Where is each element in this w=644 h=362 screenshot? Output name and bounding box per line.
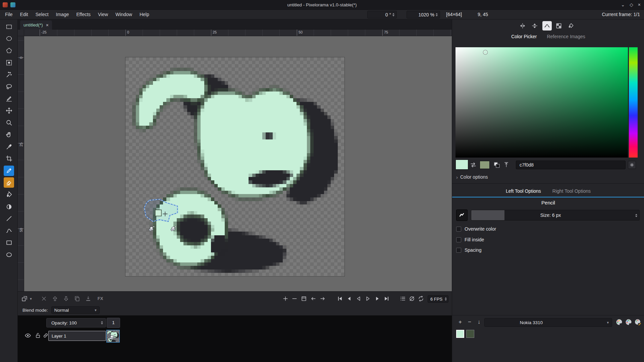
opacity-spinner[interactable] <box>100 321 104 324</box>
brush-size-slider[interactable]: Size: 6 px <box>471 210 640 221</box>
vertical-ruler[interactable]: 02550 <box>18 36 24 291</box>
left-color-swatch[interactable] <box>455 160 468 170</box>
frame-tag-button[interactable] <box>300 295 308 303</box>
new-layer-button[interactable] <box>20 295 29 303</box>
sort-colors-button[interactable]: ↓ <box>475 318 483 326</box>
lasso-select-tool[interactable] <box>4 81 14 92</box>
go-first-frame-button[interactable] <box>336 295 344 303</box>
color-picker-tool[interactable] <box>4 141 14 152</box>
move-frame-right-button[interactable] <box>319 295 327 303</box>
global-bucket-icon[interactable] <box>566 21 576 31</box>
palette-edit-icon[interactable] <box>634 318 642 326</box>
horizontal-mirror-icon[interactable] <box>518 21 527 31</box>
hex-color-input[interactable] <box>516 161 626 169</box>
bucket-tool[interactable] <box>4 189 14 200</box>
app-logo-icon[interactable] <box>10 2 15 7</box>
pencil-tool[interactable] <box>4 166 14 176</box>
tab-close-icon[interactable]: × <box>46 22 49 28</box>
play-backwards-button[interactable] <box>355 295 363 303</box>
move-tool[interactable] <box>4 106 14 116</box>
swap-colors-icon[interactable] <box>470 161 477 169</box>
tab-right-tool-options[interactable]: Right Tool Options <box>552 188 591 194</box>
canvas-area[interactable] <box>125 57 344 276</box>
canvas-viewport[interactable] <box>24 36 452 291</box>
pen-dynamics-icon[interactable] <box>542 21 552 31</box>
tab-reference-images[interactable]: Reference Images <box>547 34 585 39</box>
color-menu-button[interactable] <box>628 161 636 169</box>
palette-presets-icon[interactable] <box>615 318 623 326</box>
ellipse-tool[interactable] <box>4 249 14 260</box>
magic-wand-tool[interactable] <box>4 69 14 80</box>
next-frame-button[interactable] <box>373 295 381 303</box>
play-forward-button[interactable] <box>364 295 372 303</box>
transparency-grid-icon[interactable] <box>554 21 564 31</box>
zoom-spinner[interactable] <box>434 13 439 16</box>
minimize-button[interactable]: ⌄ <box>621 0 625 10</box>
menu-effects[interactable]: Effects <box>73 10 95 19</box>
layer-fx-button[interactable]: FX <box>95 295 105 302</box>
tab-left-tool-options[interactable]: Left Tool Options <box>506 188 541 194</box>
add-color-button[interactable]: + <box>456 318 464 326</box>
curve-tool[interactable] <box>4 226 14 236</box>
fps-spinner[interactable] <box>443 297 448 301</box>
color-options-expander[interactable]: › Color options <box>456 173 488 181</box>
tab-color-picker[interactable]: Color Picker <box>511 34 537 39</box>
app-icon[interactable] <box>3 2 8 7</box>
move-frame-left-button[interactable] <box>309 295 317 303</box>
palette-select[interactable]: Nokia 3310 ▾ <box>484 318 612 327</box>
saturation-value-square[interactable] <box>455 47 628 158</box>
menu-select[interactable]: Select <box>32 10 52 19</box>
palette-swatch-1[interactable] <box>466 330 474 338</box>
cel-loop-button[interactable] <box>417 295 425 303</box>
spacing-checkbox[interactable] <box>456 248 461 253</box>
pick-screen-color-icon[interactable] <box>503 162 509 168</box>
rotation-spinner[interactable] <box>391 13 396 16</box>
polygon-select-tool[interactable] <box>4 46 14 56</box>
move-layer-down-button[interactable] <box>62 295 70 303</box>
palette-swatch-0[interactable] <box>456 330 464 338</box>
previous-frame-button[interactable] <box>345 295 353 303</box>
frame-list-button[interactable] <box>399 295 407 303</box>
right-color-swatch[interactable] <box>480 161 490 169</box>
remove-frame-button[interactable] <box>290 295 299 303</box>
overwrite-color-checkbox[interactable] <box>456 227 461 232</box>
paint-select-tool[interactable] <box>4 94 14 104</box>
menu-window[interactable]: Window <box>112 10 136 19</box>
brush-picker-button[interactable] <box>456 209 468 221</box>
vertical-mirror-icon[interactable] <box>530 21 539 31</box>
shading-tool[interactable] <box>4 201 14 212</box>
layer-link-icon[interactable] <box>42 332 49 339</box>
merge-layer-button[interactable] <box>84 295 92 303</box>
horizontal-ruler[interactable]: -250255075 <box>24 29 452 36</box>
hue-slider[interactable] <box>629 47 638 158</box>
frame-column-header[interactable]: 1 <box>107 318 120 328</box>
zoom-spinbox[interactable]: 1020 % <box>407 11 440 18</box>
line-tool[interactable] <box>4 214 14 224</box>
delete-layer-button[interactable] <box>40 295 48 303</box>
fps-spinbox[interactable]: 6 FPS <box>428 295 448 303</box>
rectangle-select-tool[interactable] <box>4 21 14 32</box>
onion-skin-button[interactable] <box>408 295 416 303</box>
clone-layer-button[interactable] <box>73 295 81 303</box>
fill-inside-checkbox[interactable] <box>456 237 461 242</box>
remove-color-button[interactable]: − <box>466 318 474 326</box>
add-frame-button[interactable] <box>281 295 289 303</box>
size-spinner[interactable] <box>634 210 639 221</box>
document-tab[interactable]: untitled(*) × <box>20 20 52 29</box>
menu-view[interactable]: View <box>94 10 112 19</box>
menu-file[interactable]: File <box>1 10 16 19</box>
pan-tool[interactable] <box>4 129 14 140</box>
blend-mode-select[interactable]: Normal ▾ <box>51 306 100 314</box>
zoom-tool[interactable] <box>4 117 14 128</box>
move-layer-up-button[interactable] <box>51 295 59 303</box>
eraser-tool[interactable] <box>4 177 14 188</box>
go-last-frame-button[interactable] <box>383 295 391 303</box>
layer-visibility-icon[interactable] <box>24 332 31 339</box>
layer-name-field[interactable]: Layer 1 <box>48 331 106 341</box>
menu-edit[interactable]: Edit <box>16 10 32 19</box>
close-button[interactable]: × <box>638 0 641 10</box>
color-select-tool[interactable] <box>4 57 14 68</box>
ellipse-select-tool[interactable] <box>4 34 14 44</box>
palette-colors-icon[interactable] <box>625 318 633 326</box>
layer-lock-icon[interactable] <box>35 332 41 339</box>
